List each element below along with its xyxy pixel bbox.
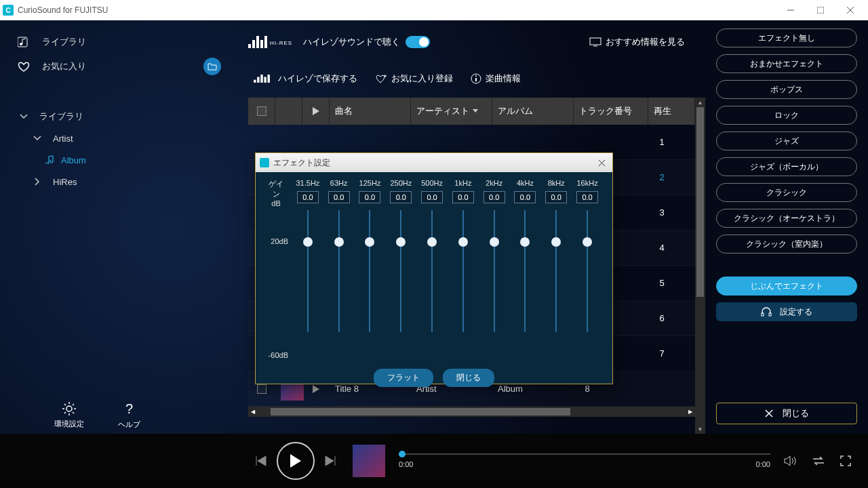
gain-input[interactable]	[359, 191, 380, 203]
tree-root-label: ライブラリ	[39, 110, 83, 123]
tree-item-album[interactable]: Album	[12, 149, 237, 171]
eq-band-2: 125Hz	[355, 179, 386, 332]
sidebar-library-label: ライブラリ	[42, 36, 86, 48]
freq-label: 250Hz	[390, 179, 412, 190]
dialog-title: エフェクト設定	[273, 157, 330, 169]
seek-bar[interactable]	[399, 453, 770, 455]
slider-thumb[interactable]	[551, 237, 561, 247]
eq-band-5: 1kHz	[448, 179, 479, 332]
gain-input[interactable]	[297, 191, 319, 203]
sidebar-library[interactable]: ライブラリ	[14, 30, 224, 54]
favorite-register-button[interactable]: お気に入り登録	[375, 73, 453, 85]
slider-thumb[interactable]	[365, 237, 374, 247]
eq-slider[interactable]	[307, 210, 309, 332]
recommended-link[interactable]: おすすめ情報を見る	[589, 36, 685, 48]
sidebar-favorites-label: お気に入り	[42, 60, 86, 73]
music-note-icon	[45, 155, 56, 165]
freq-label: 2kHz	[486, 179, 502, 190]
eq-slider[interactable]	[494, 210, 495, 332]
help-icon: ?	[125, 401, 133, 417]
eq-slider[interactable]	[587, 210, 588, 332]
eq-slider[interactable]	[431, 210, 433, 332]
gain-input[interactable]	[514, 191, 536, 203]
effect-jazz-button[interactable]: ジャズ	[716, 131, 857, 150]
close-button[interactable]	[835, 0, 865, 20]
col-artist[interactable]: アーティスト	[411, 98, 492, 125]
track-info-button[interactable]: 楽曲情報	[471, 73, 521, 85]
freq-label: 125Hz	[359, 179, 381, 190]
slider-thumb[interactable]	[396, 237, 406, 247]
gain-input[interactable]	[576, 191, 598, 203]
info-icon	[471, 73, 481, 84]
save-hires-button[interactable]: ハイレゾで保存する	[252, 73, 357, 85]
open-folder-button[interactable]	[203, 58, 221, 75]
sidebar-favorites[interactable]: お気に入り	[14, 54, 224, 79]
slider-thumb[interactable]	[458, 237, 468, 247]
slider-thumb[interactable]	[490, 237, 499, 247]
gain-input[interactable]	[328, 191, 350, 203]
effect-jazz-vocal-button[interactable]: ジャズ（ボーカル）	[716, 157, 857, 176]
eq-band-4: 500Hz	[416, 179, 448, 332]
effect-classic-orch-button[interactable]: クラシック（オーケストラ）	[716, 209, 857, 228]
tree-item-artist[interactable]: Artist	[12, 127, 237, 149]
slider-thumb[interactable]	[303, 237, 313, 247]
heart-icon	[16, 59, 31, 74]
col-trackno[interactable]: トラック番号	[574, 98, 648, 125]
col-album[interactable]: アルバム	[492, 98, 574, 125]
effect-custom-button[interactable]: じぶんでエフェクト	[716, 277, 857, 296]
slider-thumb[interactable]	[334, 237, 344, 247]
slider-thumb[interactable]	[427, 237, 437, 247]
eq-slider[interactable]	[338, 210, 340, 332]
env-settings-button[interactable]: 環境設定	[54, 401, 84, 430]
svg-line-23	[73, 412, 74, 413]
eq-band-8: 8kHz	[540, 179, 572, 332]
panel-close-button[interactable]: 閉じる	[716, 403, 857, 424]
freq-label: 8kHz	[548, 179, 565, 190]
eq-slider[interactable]	[524, 210, 526, 332]
volume-icon[interactable]	[784, 455, 797, 467]
listen-hires-label: ハイレゾサウンドで聴く	[303, 36, 400, 48]
tree-item-hires[interactable]: HiRes	[12, 171, 237, 192]
eq-slider[interactable]	[462, 210, 464, 332]
vertical-scrollbar[interactable]: ▲▼	[695, 98, 705, 434]
play-button[interactable]	[277, 442, 315, 480]
dialog-titlebar[interactable]: エフェクト設定	[256, 153, 612, 172]
gain-input[interactable]	[390, 191, 412, 203]
effect-none-button[interactable]: エフェクト無し	[716, 28, 857, 47]
effect-pops-button[interactable]: ポップス	[716, 80, 857, 99]
maximize-button[interactable]	[806, 0, 835, 20]
repeat-icon[interactable]	[811, 455, 826, 466]
chevron-down-icon	[31, 136, 43, 141]
effect-classic-button[interactable]: クラシック	[716, 183, 857, 202]
effect-classic-chamber-button[interactable]: クラシック（室内楽）	[716, 235, 857, 253]
effect-auto-button[interactable]: おまかせエフェクト	[716, 54, 857, 73]
tree-root-library[interactable]: ライブラリ	[12, 106, 237, 127]
gain-input[interactable]	[484, 191, 505, 203]
horizontal-scrollbar[interactable]: ◀▶	[248, 407, 695, 417]
dialog-close-button[interactable]	[595, 156, 608, 169]
dialog-close-btn[interactable]: 閉じる	[443, 369, 494, 387]
help-button[interactable]: ? ヘルプ	[118, 401, 140, 430]
eq-slider[interactable]	[400, 210, 401, 332]
col-play[interactable]: 再生	[648, 98, 695, 125]
slider-thumb[interactable]	[520, 237, 530, 247]
gain-input[interactable]	[545, 191, 567, 203]
eq-slider[interactable]	[369, 210, 370, 332]
effect-settings-button[interactable]: 設定する	[716, 302, 857, 321]
fullscreen-icon[interactable]	[840, 455, 852, 467]
flat-button[interactable]: フラット	[374, 369, 433, 387]
previous-button[interactable]	[255, 455, 267, 466]
freq-label: 31.5Hz	[296, 179, 319, 190]
slider-thumb[interactable]	[583, 237, 592, 247]
next-button[interactable]	[324, 455, 336, 466]
effect-rock-button[interactable]: ロック	[716, 106, 857, 125]
minimize-button[interactable]	[776, 0, 806, 20]
heart-plus-icon	[375, 74, 387, 83]
gain-input[interactable]	[452, 191, 474, 203]
hires-toggle[interactable]	[406, 36, 430, 48]
player-bar: 0:000:00	[0, 434, 868, 488]
gain-input[interactable]	[421, 191, 443, 203]
eq-slider[interactable]	[555, 210, 557, 332]
col-title[interactable]: 曲名	[330, 98, 411, 125]
select-all-checkbox[interactable]	[257, 106, 267, 116]
